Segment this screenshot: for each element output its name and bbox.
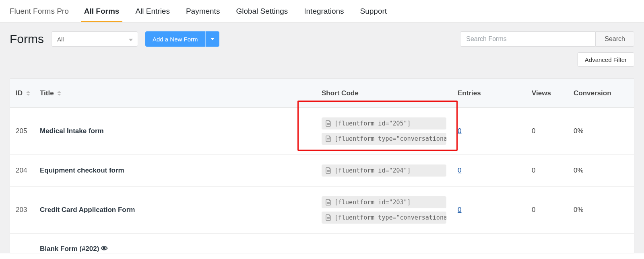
cell-views: 0	[532, 166, 574, 175]
table-row: 204Equipment checkout form[fluentform id…	[10, 155, 634, 187]
cell-entries: 0	[458, 166, 532, 175]
shortcode-text: [fluentform type="conversational"	[334, 214, 446, 221]
nav-tab-all-entries[interactable]: All Entries	[134, 1, 171, 21]
col-header-id[interactable]: ID	[10, 89, 40, 97]
shortcode-chip[interactable]: [fluentform type="conversational"	[322, 133, 446, 145]
cell-id: 203	[10, 206, 40, 214]
sort-icon	[57, 91, 61, 96]
shortcode-text: [fluentform id="203"]	[334, 199, 411, 206]
add-new-form-button[interactable]: Add a New Form	[145, 31, 219, 47]
entries-link[interactable]: 0	[458, 166, 461, 174]
cell-shortcode: [fluentform id="205"][fluentform type="c…	[322, 117, 458, 145]
cell-id: 204	[10, 166, 40, 175]
add-new-form-dropdown[interactable]	[205, 31, 219, 47]
form-title-link[interactable]: Medical Intake form	[40, 127, 104, 135]
cell-views: 0	[532, 206, 574, 214]
col-header-conversion: Conversion	[574, 89, 634, 97]
entries-link[interactable]: 0	[458, 206, 461, 214]
shortcode-text: [fluentform id="205"]	[334, 120, 411, 127]
page-title: Forms	[10, 32, 44, 46]
sort-icon	[26, 91, 30, 96]
nav-tab-global-settings[interactable]: Global Settings	[235, 1, 289, 21]
shortcode-chip[interactable]: [fluentform id="203"]	[322, 196, 446, 208]
nav-tab-integrations[interactable]: Integrations	[303, 1, 345, 21]
col-header-entries: Entries	[458, 89, 532, 97]
cell-title: Medical Intake form	[40, 127, 322, 135]
search-input[interactable]	[460, 31, 595, 47]
nav-tab-all-forms[interactable]: All Forms	[83, 1, 120, 21]
cell-views: 0	[532, 127, 574, 135]
table-row: Blank Form (#202) 👁	[10, 234, 634, 253]
cell-title: Blank Form (#202) 👁	[40, 245, 322, 253]
add-new-form-label: Add a New Form	[145, 36, 205, 43]
brand-title: Fluent Forms Pro	[10, 7, 69, 16]
cell-conversion: 0%	[574, 206, 634, 214]
chevron-down-icon	[129, 36, 133, 43]
col-header-views: Views	[532, 89, 574, 97]
col-header-shortcode: Short Code	[322, 89, 458, 97]
cell-title: Equipment checkout form	[40, 166, 322, 175]
nav-tab-support[interactable]: Support	[359, 1, 388, 21]
cell-entries: 0	[458, 206, 532, 214]
form-title-link[interactable]: Blank Form (#202) 👁	[40, 245, 108, 253]
search-button[interactable]: Search	[595, 31, 634, 47]
cell-id: 205	[10, 127, 40, 135]
shortcode-chip[interactable]: [fluentform id="205"]	[322, 117, 446, 130]
chevron-down-icon	[211, 38, 215, 40]
form-title-link[interactable]: Credit Card Application Form	[40, 206, 135, 214]
cell-entries: 0	[458, 127, 532, 135]
forms-table-wrap: ID Title Short Code Entries Views Conver…	[0, 71, 644, 253]
top-nav: Fluent Forms Pro All FormsAll EntriesPay…	[0, 0, 644, 23]
cell-shortcode: [fluentform id="204"]	[322, 164, 458, 177]
shortcode-chip[interactable]: [fluentform id="204"]	[322, 164, 446, 177]
shortcode-chip[interactable]: [fluentform type="conversational"	[322, 212, 446, 224]
shortcode-text: [fluentform id="204"]	[334, 167, 411, 174]
filter-select-value: All	[57, 36, 64, 43]
advanced-filter-button[interactable]: Advanced Filter	[577, 52, 634, 67]
table-row: 203Credit Card Application Form[fluentfo…	[10, 187, 634, 234]
cell-conversion: 0%	[574, 166, 634, 175]
form-title-link[interactable]: Equipment checkout form	[40, 166, 124, 174]
col-header-title[interactable]: Title	[40, 89, 322, 97]
table-header: ID Title Short Code Entries Views Conver…	[10, 79, 634, 108]
forms-table: ID Title Short Code Entries Views Conver…	[10, 78, 634, 253]
nav-tab-payments[interactable]: Payments	[185, 1, 221, 21]
entries-link[interactable]: 0	[458, 127, 461, 135]
cell-shortcode: [fluentform id="203"][fluentform type="c…	[322, 196, 458, 224]
page-toolbar: Forms All Add a New Form Search Advanced…	[0, 23, 644, 71]
cell-conversion: 0%	[574, 127, 634, 135]
table-row: 205Medical Intake form[fluentform id="20…	[10, 108, 634, 155]
shortcode-text: [fluentform type="conversational"	[334, 135, 446, 142]
cell-title: Credit Card Application Form	[40, 206, 322, 214]
filter-select[interactable]: All	[51, 31, 138, 47]
